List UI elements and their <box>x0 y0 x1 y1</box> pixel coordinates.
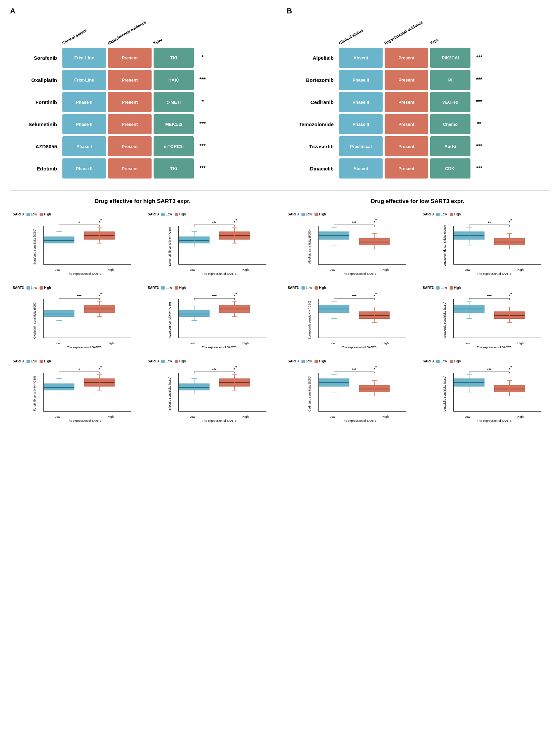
legend-low-label: Low <box>306 286 312 290</box>
x-label-high: High <box>242 415 249 419</box>
plot-area-wrapper: Erlotinib sensitivity (IC50) *** <box>166 364 273 423</box>
x-label-low: Low <box>465 268 471 271</box>
legend-high-item: High <box>450 286 461 290</box>
sig-mark-a-3: *** <box>196 121 209 127</box>
plot-container: SART3 Low High AZD8055 sensitivity (IC50… <box>145 283 275 352</box>
drug-name-a-0: Sorafenib <box>10 55 60 61</box>
cell-type-b-5: CDKi <box>430 158 471 178</box>
panel-a-label: A <box>10 7 273 16</box>
table-row: Sorafenib Frist-Line Present TKi * <box>10 47 273 68</box>
legend-low-item: Low <box>301 360 312 363</box>
y-axis-label: Sorafenib sensitivity (IC50) <box>33 225 36 268</box>
legend-high-dot <box>40 213 43 216</box>
legend-high-item: High <box>40 212 51 216</box>
svg-point-219 <box>511 293 512 294</box>
drug-name-b-0: Alpelisib <box>287 55 337 61</box>
plot-container: SART3 Low High Sorafenib sensitivity (IC… <box>10 210 140 278</box>
cell-status-b-1: Phase II <box>339 70 383 90</box>
svg-point-131 <box>235 366 237 367</box>
legend-high-item: High <box>315 212 326 216</box>
legend-low-label: Low <box>441 286 447 290</box>
sig-mark-a-5: *** <box>196 166 209 172</box>
cell-status-b-5: Absent <box>339 158 383 178</box>
plot-area-wrapper: Oxaliplatin sensitivity (IC50) *** <box>31 291 138 349</box>
legend-low-label: Low <box>31 212 37 216</box>
svg-container: *** <box>306 364 413 416</box>
y-axis-label: Tozasertib sensitivity (IC50) <box>443 298 446 342</box>
y-axis-label: Bortezomib sensitivity (IC50) <box>308 298 311 342</box>
legend-high-dot <box>450 286 453 290</box>
legend-low-item: Low <box>26 212 37 216</box>
cell-evidence-a-5: Present <box>108 158 152 178</box>
svg-container: * <box>31 217 138 269</box>
plot-legend: SART3 Low High <box>13 360 138 363</box>
plot-container: SART3 Low High Dinaciclib sensitivity (I… <box>420 357 550 425</box>
svg-point-174 <box>509 221 510 222</box>
cell-evidence-b-0: Present <box>385 47 428 68</box>
svg-point-263 <box>511 366 512 367</box>
plot-area-wrapper: Dinaciclib sensitivity (IC50) *** <box>441 364 547 423</box>
plot-legend: SART3 Low High <box>148 286 273 290</box>
legend-high-label: High <box>319 286 326 290</box>
plot-container: SART3 Low High Foretinib sensitivity (IC… <box>10 357 140 425</box>
high-sart3-section: Drug effective for high SART3 expr. SART… <box>10 198 275 425</box>
table-row: Tozasertib Preclinical Present AurKi *** <box>287 136 550 156</box>
legend-low-item: Low <box>161 286 172 290</box>
cell-evidence-b-3: Present <box>385 114 428 134</box>
legend-sart3-label: SART3 <box>423 360 434 363</box>
cell-status-b-4: Preclinical <box>339 136 383 156</box>
cell-evidence-b-1: Present <box>385 70 428 90</box>
table-row: Cediranib Phase II Present VEGFRi *** <box>287 92 550 112</box>
legend-sart3-label: SART3 <box>13 286 24 290</box>
x-label-high: High <box>242 342 249 345</box>
cell-status-a-4: Phase I <box>62 136 106 156</box>
sig-mark-b-3: ** <box>473 121 486 127</box>
legend-low-item: Low <box>161 212 172 216</box>
svg-text:***: *** <box>352 221 357 225</box>
sig-mark-b-4: *** <box>473 143 486 149</box>
legend-low-dot <box>26 213 30 216</box>
legend-low-dot <box>436 213 440 216</box>
x-label-high: High <box>383 415 389 419</box>
x-label-low: Low <box>329 342 335 345</box>
legend-high-dot <box>315 286 318 290</box>
sig-mark-b-5: *** <box>473 166 486 172</box>
y-axis-label: Foretinib sensitivity (IC50) <box>33 372 36 415</box>
table-row: Bortezomib Phase II Present Pi *** <box>287 70 550 90</box>
legend-high-dot <box>40 360 43 363</box>
legend-high-label: High <box>44 360 51 363</box>
y-axis-label: Dinaciclib sensitivity (IC50) <box>443 372 446 415</box>
y-axis-label: Cediranib sensitivity (IC50) <box>308 372 311 415</box>
legend-low-dot <box>436 286 440 290</box>
x-label-low: Low <box>55 415 60 419</box>
cell-type-b-4: AurKi <box>430 136 471 156</box>
svg-text:*: * <box>78 221 80 225</box>
x-axis-title: The expression of SART3 <box>31 272 138 275</box>
plot-area-wrapper: Sorafenib sensitivity (IC50) * <box>31 217 138 275</box>
legend-sart3-label: SART3 <box>148 360 159 363</box>
x-label-low: Low <box>465 342 471 345</box>
legend-low-label: Low <box>441 212 447 216</box>
x-axis-title: The expression of SART3 <box>306 346 413 349</box>
table-row: Alpelisib Absent Present PIK3CAi *** <box>287 47 550 68</box>
low-plots-grid: SART3 Low High Alpelisib sensitivity (IC… <box>285 210 550 425</box>
legend-low-label: Low <box>166 286 172 290</box>
legend-high-item: High <box>40 360 51 363</box>
x-axis-title: The expression of SART3 <box>31 419 138 423</box>
table-row: AZD8055 Phase I Present mTORC1i *** <box>10 136 273 156</box>
legend-high-label: High <box>319 360 326 363</box>
plot-legend: SART3 Low High <box>423 286 547 290</box>
svg-container: *** <box>306 291 413 342</box>
legend-low-label: Low <box>441 360 447 363</box>
y-axis-label: AZD8055 sensitivity (IC50) <box>168 298 171 342</box>
cell-type-a-5: TKi <box>154 158 194 178</box>
drug-name-a-4: AZD8055 <box>10 143 60 149</box>
svg-text:***: *** <box>77 294 82 298</box>
svg-point-175 <box>511 219 512 220</box>
legend-low-item: Low <box>161 360 172 363</box>
x-axis-title: The expression of SART3 <box>166 272 273 275</box>
cell-type-b-1: Pi <box>430 70 471 90</box>
legend-low-dot <box>161 360 165 363</box>
legend-low-item: Low <box>26 360 37 363</box>
x-label-high: High <box>517 415 524 419</box>
